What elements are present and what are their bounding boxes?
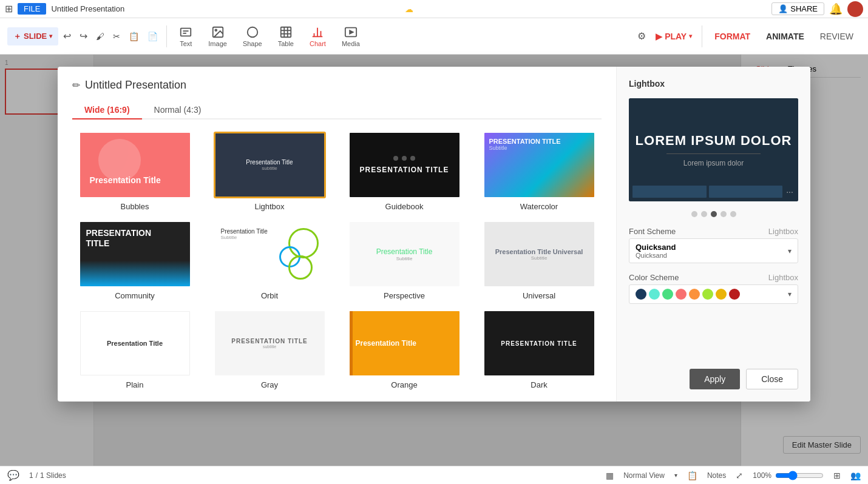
preview-dot-2[interactable] — [701, 211, 707, 217]
play-icon: ▶ — [656, 32, 662, 41]
zoom-area: 100% — [753, 471, 824, 480]
theme-item-lightbox[interactable]: Presentation Title subtitle Lightbox — [207, 132, 332, 211]
preview-dot-5[interactable] — [730, 211, 736, 217]
user-avatar[interactable] — [847, 1, 863, 17]
chart-icon — [311, 25, 324, 39]
modal-overlay: ✏ Untitled Presentation Wide (16:9) Norm… — [0, 55, 868, 484]
share-button[interactable]: 👤 SHARE — [771, 2, 824, 15]
font-scheme-dropdown[interactable]: Quicksand Quicksand ▾ — [629, 238, 798, 263]
settings-button[interactable]: ⚙ — [634, 28, 649, 44]
perspective-label: Perspective — [384, 291, 425, 300]
notification-icon[interactable]: 🔔 — [829, 2, 843, 16]
file-menu-button[interactable]: FILE — [18, 3, 46, 15]
preview-slide-strip: ··· — [629, 186, 798, 198]
redo-button[interactable]: ↪ — [76, 28, 91, 44]
undo-button[interactable]: ↩ — [59, 28, 75, 44]
color-scheme-dropdown[interactable]: ▾ — [629, 284, 798, 304]
perspective-sub: Subtitle — [396, 256, 413, 261]
apply-button[interactable]: Apply — [690, 369, 740, 389]
undo-redo-group: ↩ ↪ — [59, 28, 91, 44]
preview-pagination — [629, 211, 798, 217]
play-button[interactable]: ▶ PLAY ▾ — [651, 29, 697, 44]
modal-left-panel: ✏ Untitled Presentation Wide (16:9) Norm… — [58, 67, 616, 402]
total-slides: 1 Slides — [40, 471, 66, 480]
perspective-title: Presentation Title — [376, 247, 433, 256]
bubbles-title: Presentation Title — [90, 175, 161, 185]
insert-media-button[interactable]: Media — [334, 23, 367, 50]
orange-title: Presentation Title — [356, 339, 416, 348]
universal-title: Presentation Title Universal — [495, 248, 583, 255]
tab-normal[interactable]: Normal (4:3) — [142, 101, 214, 119]
color-scheme-header: Color Scheme Lightbox — [629, 273, 798, 282]
cut-button[interactable]: ✂ — [109, 29, 124, 44]
preview-dot-4[interactable] — [721, 211, 727, 217]
theme-item-dark[interactable]: PRESENTATION TITLE Dark — [476, 310, 602, 389]
modal-right-panel: Lightbox LOREM IPSUM DOLOR Lorem ipsum d… — [616, 67, 810, 402]
orange-label: Orange — [391, 380, 417, 389]
color-scheme-value: Lightbox — [768, 273, 798, 282]
toolbar-separator — [166, 25, 167, 47]
theme-item-bubbles[interactable]: Presentation Title Bubbles — [72, 132, 197, 211]
color-dot-8 — [729, 289, 740, 300]
preview-label: Lightbox — [629, 79, 798, 89]
paint-format-button[interactable]: 🖌 — [92, 29, 108, 44]
font-scheme-text: Quicksand Quicksand — [636, 243, 676, 259]
color-dot-5 — [689, 289, 700, 300]
color-dot-4 — [676, 289, 687, 300]
color-scheme-label: Color Scheme — [629, 273, 679, 282]
insert-chart-button[interactable]: Chart — [302, 23, 333, 50]
theme-item-gray[interactable]: PRESENTATION TITLE subtitle Gray — [207, 310, 332, 389]
tab-animate[interactable]: ANIMATE — [759, 29, 812, 44]
slide-count: 1 / 1 Slides — [29, 471, 66, 480]
theme-preview: LOREM IPSUM DOLOR Lorem ipsum dolor ··· — [629, 98, 798, 201]
shape-label: Shape — [243, 40, 262, 47]
chevron-down-icon: ▾ — [49, 33, 52, 39]
theme-item-community[interactable]: PRESENTATIONTITLE Community — [72, 221, 197, 300]
insert-image-button[interactable]: Image — [201, 23, 234, 50]
theme-item-universal[interactable]: Presentation Title Universal Subtitle Un… — [476, 221, 602, 300]
add-slide-button[interactable]: ＋ SLIDE ▾ — [7, 27, 58, 45]
preview-dot-1[interactable] — [691, 211, 697, 217]
zoom-slider[interactable] — [775, 471, 824, 480]
main-toolbar: ＋ SLIDE ▾ ↩ ↪ 🖌 ✂ 📋 📄 Text Image Shape T… — [0, 18, 868, 55]
theme-item-watercolor[interactable]: PRESENTATION TITLE Subtitle Watercolor — [476, 132, 602, 211]
color-dots-container — [636, 289, 740, 300]
user-list-icon[interactable]: 👥 — [850, 471, 861, 480]
share-label: SHARE — [790, 4, 818, 13]
font-name2: Quicksand — [636, 252, 676, 259]
slide-label: SLIDE — [24, 32, 47, 41]
preview-subtitle: Lorem ipsum dolor — [636, 159, 792, 167]
close-button[interactable]: Close — [746, 369, 798, 389]
font-scheme-header: Font Scheme Lightbox — [629, 227, 798, 236]
chat-icon[interactable]: 💬 — [7, 469, 19, 481]
gray-sub: subtitle — [263, 345, 276, 349]
tab-format[interactable]: FORMAT — [707, 29, 758, 44]
insert-table-button[interactable]: Table — [271, 23, 301, 50]
theme-item-plain[interactable]: Presentation Title Plain — [72, 310, 197, 389]
copy-button[interactable]: 📋 — [125, 29, 143, 44]
aspect-ratio-tabs: Wide (16:9) Normal (4:3) — [72, 101, 602, 119]
svg-marker-16 — [350, 30, 353, 34]
theme-item-perspective[interactable]: Presentation Title Subtitle Perspective — [342, 221, 467, 300]
app-grid-icon[interactable]: ⊞ — [5, 3, 13, 15]
preview-dot-3[interactable] — [711, 211, 717, 217]
presentation-title: Untitled Presentation — [51, 4, 399, 13]
tab-wide[interactable]: Wide (16:9) — [72, 101, 142, 119]
svg-point-5 — [248, 27, 258, 37]
notes-label[interactable]: Notes — [707, 471, 726, 480]
insert-shape-button[interactable]: Shape — [236, 23, 270, 50]
paste-button[interactable]: 📄 — [144, 29, 161, 44]
insert-text-button[interactable]: Text — [172, 23, 200, 50]
fit-screen-icon[interactable]: ⊞ — [833, 471, 841, 480]
view-mode-label[interactable]: Normal View — [623, 471, 665, 480]
theme-item-orange[interactable]: Presentation Title Orange — [342, 310, 467, 389]
themes-grid: Presentation Title Bubbles Presentation … — [72, 132, 602, 389]
theme-item-orbit[interactable]: Presentation Title Subtitle Orbit — [207, 221, 332, 300]
play-label: PLAY — [665, 32, 687, 41]
image-icon — [211, 25, 225, 39]
tab-review[interactable]: REVIEW — [813, 29, 861, 44]
orange-bar — [350, 311, 353, 375]
theme-item-guidebook[interactable]: PRESENTATION TITLE Guidebook — [342, 132, 467, 211]
dark-label: Dark — [531, 380, 547, 389]
preview-main-title: LOREM IPSUM DOLOR — [636, 133, 792, 149]
